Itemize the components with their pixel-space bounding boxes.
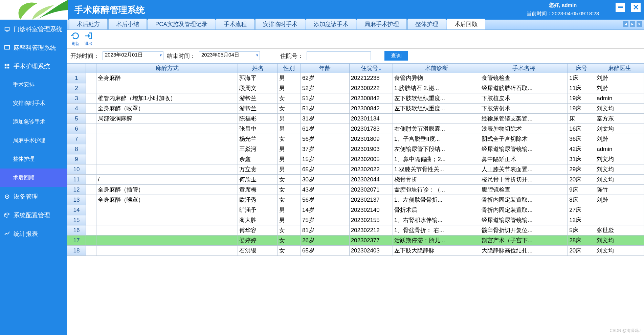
cell: 游帮兰 xyxy=(238,93,278,104)
cell: 81岁 xyxy=(301,225,349,236)
svg-rect-0 xyxy=(5,27,9,30)
table-row[interactable]: 13全身麻醉（喉罩）欧泽秀女56岁2023021371、左侧肱骨骨折...骨折内… xyxy=(67,195,644,205)
cell: 202302212 xyxy=(349,225,393,236)
cell xyxy=(86,144,96,154)
cell xyxy=(96,154,238,164)
sidebar-item-0[interactable]: 门诊科室管理系统 xyxy=(0,20,67,38)
sidebar-label: 统计报表 xyxy=(14,230,38,238)
col-header-3[interactable]: 性别 xyxy=(277,64,301,73)
cell: 女 xyxy=(277,225,301,236)
col-header-2[interactable]: 姓名 xyxy=(238,64,278,73)
table-row[interactable]: 15蔺大胜男75岁2023021551、右肾积水伴输...经尿道输尿管镜输...… xyxy=(67,215,644,225)
table-row[interactable]: 16傅华容女81岁2023022121、骨盆骨折： 右...髋臼骨折切开复位..… xyxy=(67,225,644,236)
tab-8[interactable]: 术后回顾 xyxy=(447,19,485,29)
table-row[interactable]: 3椎管内麻醉（增加1小时加收）游帮兰女51岁202300842左下肢软组织重度.… xyxy=(67,93,644,104)
tab-6[interactable]: 局麻手术护理 xyxy=(357,19,407,29)
cell: 骨折术后 xyxy=(393,205,480,215)
table-row[interactable]: 5局部浸润麻醉陈福彬男31岁202301134经输尿管镜支架置...床秦方东 xyxy=(67,114,644,124)
col-header-5[interactable]: 住院号 xyxy=(349,64,393,73)
minimize-button[interactable]: ━ xyxy=(616,3,625,12)
tab-scroll-right-icon[interactable]: ► xyxy=(630,21,635,27)
sidebar-sub-2-0[interactable]: 手术安排 xyxy=(0,75,67,94)
cell: 202302140 xyxy=(349,205,393,215)
table-row[interactable]: 8王焱河男37岁202301903左侧输尿管下段结...经尿道输尿管镜输...4… xyxy=(67,144,644,154)
table-row[interactable]: 12全身麻醉（插管）黄席梅女43岁202302071盆腔包块待诊：（...腹腔镜… xyxy=(67,185,644,195)
cell: 全身麻醉（喉罩） xyxy=(96,195,238,205)
table-row[interactable]: 11/何欣玉女30岁202302044桡骨骨折桡尺骨干骨折切开...20床刘文均 xyxy=(67,175,644,185)
col-header-4[interactable]: 年龄 xyxy=(301,64,349,73)
cell: 腹腔镜检查 xyxy=(480,185,568,195)
table-row[interactable]: 17娄婷婷女26岁202302377活跃期停滞；胎儿...剖宫产术（子宫下...… xyxy=(67,236,644,246)
cell: 19床 xyxy=(568,93,595,104)
tab-scroll-left-icon[interactable]: ◄ xyxy=(623,21,628,27)
sidebar-sub-2-2[interactable]: 添加急诊手术 xyxy=(0,113,67,131)
tab-1[interactable]: 术后小结 xyxy=(108,19,147,29)
table-row[interactable]: 1全身麻醉郭海平男62岁202212238食管内异物食管镜检查1床刘黔 xyxy=(67,73,644,83)
table-row[interactable]: 14旷涵予男14岁202302140骨折术后骨折内固定装置取...27床 xyxy=(67,205,644,215)
cell: 何欣玉 xyxy=(238,175,278,185)
row-number: 6 xyxy=(67,124,86,134)
cell: 202300222 xyxy=(349,83,393,93)
tab-2[interactable]: PCA实施及管理记录 xyxy=(148,19,215,29)
sidebar-sub-2-3[interactable]: 局麻手术护理 xyxy=(0,131,67,150)
table-row[interactable]: 7杨光兰女56岁2023018091、子宫脱垂II度...阴式全子宫切除术36床… xyxy=(67,134,644,144)
query-button[interactable]: 查询 xyxy=(384,51,408,61)
col-header-1[interactable]: 麻醉方式 xyxy=(96,64,238,73)
tab-0[interactable]: 术后处方 xyxy=(69,19,108,29)
cell: 刘文均 xyxy=(595,154,644,164)
sidebar-item-2[interactable]: 手术护理系统 xyxy=(0,57,67,75)
cell xyxy=(86,185,96,195)
cell: 娄婷婷 xyxy=(238,236,278,246)
col-header-9[interactable]: 麻醉医生 xyxy=(595,64,644,73)
table-row[interactable]: 2段周文男52岁2023002221.膀胱结石 2.泌...经尿道膀胱碎石取..… xyxy=(67,83,644,93)
start-date-input[interactable]: 2023年02月01日 xyxy=(103,51,163,60)
col-header-8[interactable]: 床号 xyxy=(568,64,595,73)
time-label: 当前时间： xyxy=(527,10,552,16)
sidebar-item-3[interactable]: 设备管理 xyxy=(0,187,67,206)
cell: 男 xyxy=(277,114,301,124)
end-date-input[interactable]: 2023年05月04日 xyxy=(199,51,260,60)
sidebar-sub-2-1[interactable]: 安排临时手术 xyxy=(0,94,67,113)
col-header-7[interactable]: 手术名称 xyxy=(480,64,568,73)
sidebar-item-5[interactable]: 统计报表 xyxy=(0,224,67,243)
table-row[interactable]: 18石洪银女65岁202302403左下肢大隐静脉大隐静脉高位结扎...20床刘… xyxy=(67,246,644,256)
tab-menu-icon[interactable]: ▾ xyxy=(637,21,642,27)
cell: 11床 xyxy=(568,83,595,93)
table-row[interactable]: 10万立贵男65岁2023020221.双膝关节骨性关...人工膝关节表面置..… xyxy=(67,164,644,175)
cell: 女 xyxy=(277,93,301,104)
row-number: 5 xyxy=(67,114,86,124)
row-number: 14 xyxy=(67,205,86,215)
table-row[interactable]: 4全身麻醉（喉罩）游帮兰女51岁202300842左下肢软组织重度...下肢清创… xyxy=(67,104,644,114)
sidebar-sub-2-4[interactable]: 整体护理 xyxy=(0,150,67,169)
tab-3[interactable]: 手术流程 xyxy=(216,19,254,29)
cell: 1、骨盆骨折： 右... xyxy=(393,225,480,236)
cell: 阴式全子宫切除术 xyxy=(480,134,568,144)
cell: 张世焱 xyxy=(595,225,644,236)
row-number: 3 xyxy=(67,93,86,104)
tab-4[interactable]: 安排临时手术 xyxy=(255,19,305,29)
row-number: 4 xyxy=(67,104,86,114)
close-button[interactable]: ✕ xyxy=(631,3,641,12)
tab-5[interactable]: 添加急诊手术 xyxy=(306,19,356,29)
cell: 陈福彬 xyxy=(238,114,278,124)
sidebar-sub-2-5[interactable]: 术后回顾 xyxy=(0,169,67,187)
cell: 202300842 xyxy=(349,104,393,114)
cell: 62岁 xyxy=(301,73,349,83)
cell: 56岁 xyxy=(301,195,349,205)
tab-7[interactable]: 整体护理 xyxy=(407,19,446,29)
sidebar-item-1[interactable]: 麻醉科管理系统 xyxy=(0,38,67,57)
cell xyxy=(96,236,238,246)
end-date-label: 结束时间： xyxy=(167,52,196,60)
exit-button[interactable]: 退出 xyxy=(83,31,94,47)
refresh-button[interactable]: 刷新 xyxy=(70,31,81,47)
table-row[interactable]: 9余鑫男15岁2023020051、鼻中隔偏曲；2...鼻中隔矫正术31床刘文均 xyxy=(67,154,644,164)
cell: 刘文均 xyxy=(595,236,644,246)
sidebar-item-4[interactable]: 系统配置管理 xyxy=(0,206,67,224)
cell: 刘文均 xyxy=(595,124,644,134)
hosp-no-input[interactable] xyxy=(307,51,371,60)
cell: 左下肢软组织重度... xyxy=(393,104,480,114)
col-header-0[interactable] xyxy=(86,64,96,73)
col-header-6[interactable]: 术前诊断 xyxy=(393,64,480,73)
cell: 202301134 xyxy=(349,114,393,124)
table-row[interactable]: 6张昌中男61岁202301783右侧肘关节滑膜囊...浅表肿物切除术16床刘文… xyxy=(67,124,644,134)
